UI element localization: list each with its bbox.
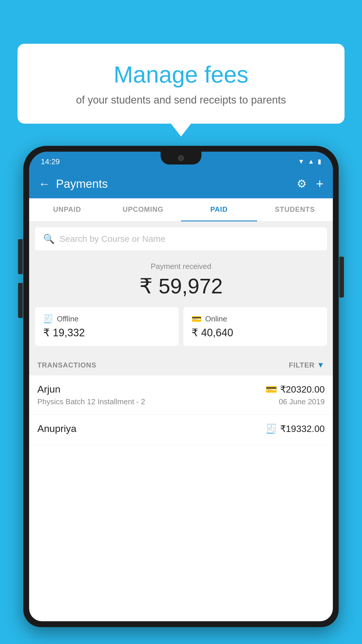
transactions-header: TRANSACTIONS FILTER ▼ xyxy=(29,355,333,375)
app-bar: ← Payments ⚙ + xyxy=(29,169,333,198)
speech-bubble: Manage fees of your students and send re… xyxy=(17,44,345,124)
payment-received-label: Payment received xyxy=(35,262,327,271)
payment-received-section: Payment received ₹ 59,972 xyxy=(29,250,333,307)
online-card: 💳 Online ₹ 40,640 xyxy=(183,307,327,346)
phone-screen: 14:29 ▼ ▲ ▮ ← Payments ⚙ + UNPAID UPCOMI… xyxy=(29,152,333,621)
transaction-top: Anupriya 🧾 ₹19332.00 xyxy=(37,423,325,434)
online-icon: 💳 xyxy=(191,314,202,324)
tab-students[interactable]: STUDENTS xyxy=(257,198,333,221)
add-button[interactable]: + xyxy=(316,176,324,191)
battery-icon: ▮ xyxy=(318,158,321,165)
transaction-date: 06 June 2019 xyxy=(279,397,325,406)
online-amount: ₹ 40,640 xyxy=(191,327,319,339)
back-button[interactable]: ← xyxy=(38,177,50,190)
payment-cards: 🧾 Offline ₹ 19,332 💳 Online ₹ 40,640 xyxy=(29,307,333,355)
phone-container: 14:29 ▼ ▲ ▮ ← Payments ⚙ + UNPAID UPCOMI… xyxy=(23,146,339,644)
camera xyxy=(178,155,184,161)
transaction-amount: 🧾 ₹19332.00 xyxy=(266,423,325,434)
transaction-amount: 💳 ₹20320.00 xyxy=(266,384,325,395)
offline-amount: ₹ 19,332 xyxy=(43,327,171,339)
search-placeholder: Search by Course or Name xyxy=(59,234,166,244)
transaction-name: Anupriya xyxy=(37,423,76,434)
transactions-label: TRANSACTIONS xyxy=(37,361,96,369)
notch xyxy=(161,152,201,164)
offline-card: 🧾 Offline ₹ 19,332 xyxy=(35,307,179,346)
offline-label: Offline xyxy=(57,314,79,323)
offline-icon: 🧾 xyxy=(43,314,53,324)
tab-upcoming[interactable]: UPCOMING xyxy=(105,198,181,221)
online-label: Online xyxy=(205,314,227,323)
transaction-bottom: Physics Batch 12 Installment - 2 06 June… xyxy=(37,397,325,406)
payment-received-amount: ₹ 59,972 xyxy=(35,274,327,298)
transaction-top: Arjun 💳 ₹20320.00 xyxy=(37,384,325,395)
speech-bubble-container: Manage fees of your students and send re… xyxy=(17,44,345,124)
status-time: 14:29 xyxy=(41,157,60,166)
phone: 14:29 ▼ ▲ ▮ ← Payments ⚙ + UNPAID UPCOMI… xyxy=(23,146,339,627)
transaction-row[interactable]: Arjun 💳 ₹20320.00 Physics Batch 12 Insta… xyxy=(29,375,333,415)
transaction-row[interactable]: Anupriya 🧾 ₹19332.00 xyxy=(29,415,333,445)
tab-unpaid[interactable]: UNPAID xyxy=(29,198,105,221)
app-title: Payments xyxy=(56,177,291,190)
bubble-title: Manage fees xyxy=(41,61,321,88)
transaction-name: Arjun xyxy=(37,384,60,395)
settings-button[interactable]: ⚙ xyxy=(297,177,307,190)
search-icon: 🔍 xyxy=(43,233,55,244)
wifi-icon: ▼ xyxy=(298,158,304,165)
main-content: 🔍 Search by Course or Name Payment recei… xyxy=(29,222,333,445)
online-card-header: 💳 Online xyxy=(191,314,319,324)
search-bar[interactable]: 🔍 Search by Course or Name xyxy=(35,228,327,250)
bubble-subtitle: of your students and send receipts to pa… xyxy=(41,94,321,106)
filter-button[interactable]: FILTER ▼ xyxy=(289,360,325,370)
transaction-course: Physics Batch 12 Installment - 2 xyxy=(37,397,145,406)
filter-label: FILTER xyxy=(289,361,314,369)
tabs: UNPAID UPCOMING PAID STUDENTS xyxy=(29,198,333,222)
filter-icon: ▼ xyxy=(317,360,325,370)
offline-payment-icon: 🧾 xyxy=(266,423,277,434)
signal-icon: ▲ xyxy=(308,158,314,165)
offline-card-header: 🧾 Offline xyxy=(43,314,171,324)
status-icons: ▼ ▲ ▮ xyxy=(298,158,321,165)
tab-paid[interactable]: PAID xyxy=(181,198,257,221)
card-payment-icon: 💳 xyxy=(266,384,277,395)
